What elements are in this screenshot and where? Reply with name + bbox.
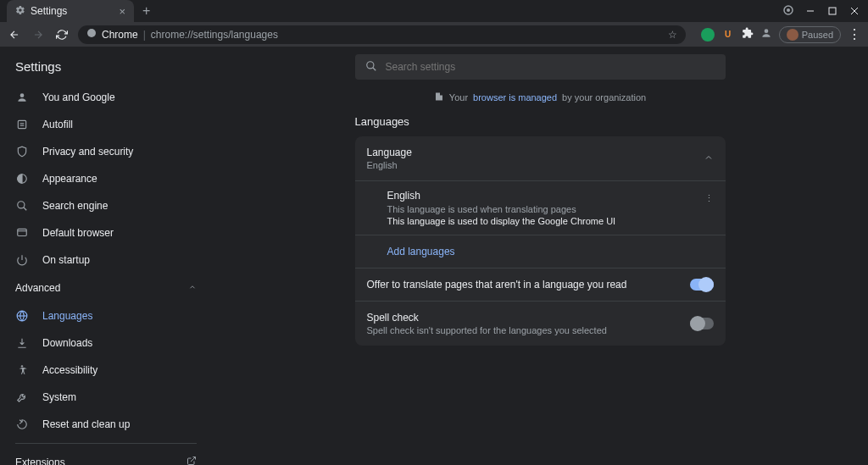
svg-rect-9	[18, 120, 25, 128]
spellcheck-sub: Spell check isn't supported for the lang…	[367, 325, 690, 335]
svg-point-7	[764, 29, 768, 33]
sidebar-advanced-toggle[interactable]: Advanced	[0, 274, 212, 302]
language-more-icon[interactable]: ⋮	[704, 193, 714, 204]
svg-point-1	[787, 8, 790, 12]
sidebar-item-label: Privacy and security	[42, 146, 133, 158]
paused-label: Paused	[802, 30, 833, 40]
sidebar-item-search-engine[interactable]: Search engine	[0, 192, 212, 219]
shield-icon	[15, 145, 29, 158]
record-icon[interactable]	[783, 5, 793, 18]
sidebar-item-reset[interactable]: Reset and clean up	[0, 411, 212, 438]
sidebar-item-on-startup[interactable]: On startup	[0, 246, 212, 274]
tab-close-icon[interactable]: ×	[119, 5, 125, 18]
sidebar-item-label: System	[42, 391, 76, 403]
search-settings-input[interactable]	[386, 61, 715, 73]
translate-label: Offer to translate pages that aren't in …	[367, 279, 690, 291]
reset-icon	[15, 418, 29, 431]
svg-line-14	[24, 208, 27, 211]
sidebar-item-default-browser[interactable]: Default browser	[0, 219, 212, 246]
maximize-button[interactable]	[827, 6, 837, 16]
add-languages-link[interactable]: Add languages	[355, 235, 726, 268]
languages-section: Languages Language English English This …	[355, 115, 726, 346]
sidebar-item-languages[interactable]: Languages	[0, 302, 212, 329]
browser-menu-icon[interactable]: ⋮	[848, 26, 861, 42]
url-separator: |	[143, 29, 146, 41]
sidebar-item-label: Languages	[42, 310, 92, 322]
forward-button[interactable]	[31, 29, 46, 41]
settings-heading: Settings	[0, 59, 212, 84]
extensions-puzzle-icon[interactable]	[742, 27, 754, 42]
back-button[interactable]	[7, 29, 22, 41]
settings-main: Your browser is managed by your organiza…	[212, 47, 868, 465]
extension-green-icon[interactable]	[701, 28, 715, 42]
minimize-button[interactable]	[805, 6, 815, 16]
language-translate-note: This language is used when translating p…	[387, 204, 714, 214]
download-icon	[15, 336, 29, 350]
chevron-up-icon	[188, 282, 197, 294]
sidebar-item-label: Downloads	[42, 337, 92, 349]
svg-point-8	[20, 93, 25, 97]
svg-line-21	[372, 67, 376, 70]
language-value: English	[367, 160, 704, 170]
sidebar-extensions-link[interactable]: Extensions	[0, 449, 212, 465]
appearance-icon	[15, 172, 29, 185]
translate-toggle[interactable]	[690, 279, 714, 291]
svg-rect-22	[436, 93, 440, 101]
svg-point-6	[87, 29, 96, 37]
managed-banner: Your browser is managed by your organiza…	[434, 91, 646, 103]
translate-toggle-row: Offer to translate pages that aren't in …	[355, 268, 726, 302]
settings-sidebar: Settings You and Google Autofill Privacy…	[0, 47, 212, 465]
sidebar-item-privacy[interactable]: Privacy and security	[0, 138, 212, 165]
sidebar-item-autofill[interactable]: Autofill	[0, 111, 212, 138]
power-icon	[15, 253, 29, 267]
profile-paused-chip[interactable]: Paused	[779, 26, 841, 43]
building-icon	[434, 91, 444, 103]
tab-title: Settings	[31, 5, 67, 17]
svg-point-13	[18, 202, 25, 208]
sidebar-item-label: Accessibility	[42, 364, 97, 376]
search-settings-box[interactable]	[355, 54, 726, 80]
profile-icon[interactable]	[760, 27, 772, 42]
chevron-up-icon[interactable]	[704, 152, 714, 165]
banner-prefix: Your	[449, 92, 468, 102]
search-icon	[365, 60, 377, 75]
extension-u-icon[interactable]: U	[721, 28, 735, 42]
wrench-icon	[15, 390, 29, 404]
address-bar[interactable]: Chrome | chrome://settings/languages ☆	[78, 25, 686, 44]
accessibility-icon	[15, 363, 29, 377]
toolbar-extensions: U Paused ⋮	[694, 26, 861, 43]
new-tab-button[interactable]: +	[142, 3, 150, 19]
close-window-button[interactable]	[849, 6, 860, 16]
sidebar-item-downloads[interactable]: Downloads	[0, 329, 212, 357]
spellcheck-label: Spell check	[367, 312, 690, 324]
titlebar: Settings × +	[0, 0, 868, 22]
sidebar-item-label: Autofill	[42, 119, 73, 130]
browser-tab[interactable]: Settings ×	[7, 0, 134, 22]
banner-suffix: by your organization	[562, 92, 646, 102]
reload-button[interactable]	[54, 29, 70, 41]
section-title: Languages	[355, 115, 726, 128]
language-label: Language	[367, 147, 704, 158]
site-info-icon[interactable]	[86, 28, 97, 41]
language-detail-row: English This language is used when trans…	[355, 181, 726, 235]
window-controls	[783, 5, 868, 18]
person-icon	[15, 91, 29, 104]
browser-toolbar: Chrome | chrome://settings/languages ☆ U…	[0, 22, 868, 47]
svg-point-19	[21, 365, 23, 367]
sidebar-item-accessibility[interactable]: Accessibility	[0, 357, 212, 384]
sidebar-item-system[interactable]: System	[0, 384, 212, 411]
bookmark-star-icon[interactable]: ☆	[668, 29, 677, 41]
spellcheck-toggle[interactable]	[690, 318, 714, 329]
advanced-label: Advanced	[15, 282, 60, 294]
svg-rect-3	[829, 8, 836, 14]
svg-rect-23	[440, 96, 442, 101]
sidebar-item-label: You and Google	[42, 91, 115, 103]
language-ui-note: This language is used to display the Goo…	[387, 216, 714, 226]
browser-icon	[15, 226, 29, 240]
browser-managed-link[interactable]: browser is managed	[473, 92, 557, 102]
sidebar-item-appearance[interactable]: Appearance	[0, 165, 212, 192]
url-chip: Chrome	[102, 29, 138, 41]
language-header-row[interactable]: Language English	[355, 136, 726, 181]
language-name: English	[387, 190, 714, 202]
sidebar-item-you-and-google[interactable]: You and Google	[0, 84, 212, 111]
